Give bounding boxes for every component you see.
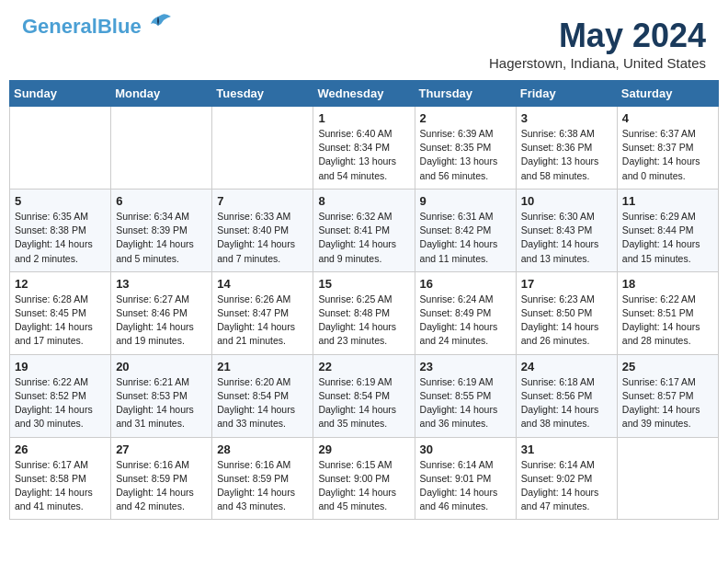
day-number: 6 bbox=[116, 194, 207, 208]
day-number: 19 bbox=[15, 360, 106, 373]
day-number: 26 bbox=[15, 442, 106, 456]
day-content: Sunrise: 6:33 AMSunset: 8:40 PMDaylight:… bbox=[217, 210, 308, 266]
table-row: 6Sunrise: 6:34 AMSunset: 8:39 PMDaylight… bbox=[111, 189, 212, 271]
day-content: Sunrise: 6:37 AMSunset: 8:37 PMDaylight:… bbox=[622, 127, 713, 183]
table-row: 19Sunrise: 6:22 AMSunset: 8:52 PMDayligh… bbox=[10, 354, 111, 437]
day-number: 14 bbox=[217, 277, 308, 291]
day-number: 17 bbox=[521, 277, 612, 291]
table-row bbox=[617, 437, 718, 520]
calendar-week-row: 19Sunrise: 6:22 AMSunset: 8:52 PMDayligh… bbox=[10, 354, 719, 437]
table-row: 31Sunrise: 6:14 AMSunset: 9:02 PMDayligh… bbox=[516, 437, 617, 520]
day-number: 25 bbox=[622, 360, 713, 373]
day-content: Sunrise: 6:31 AMSunset: 8:42 PMDaylight:… bbox=[420, 210, 511, 266]
day-number: 13 bbox=[116, 277, 207, 291]
day-number: 21 bbox=[217, 360, 308, 373]
table-row: 15Sunrise: 6:25 AMSunset: 8:48 PMDayligh… bbox=[313, 271, 415, 354]
day-content: Sunrise: 6:29 AMSunset: 8:44 PMDaylight:… bbox=[622, 210, 713, 266]
day-content: Sunrise: 6:18 AMSunset: 8:56 PMDaylight:… bbox=[521, 375, 612, 431]
table-row: 4Sunrise: 6:37 AMSunset: 8:37 PMDaylight… bbox=[617, 107, 718, 190]
day-content: Sunrise: 6:24 AMSunset: 8:49 PMDaylight:… bbox=[420, 293, 511, 349]
calendar-week-row: 12Sunrise: 6:28 AMSunset: 8:45 PMDayligh… bbox=[10, 271, 719, 354]
day-content: Sunrise: 6:20 AMSunset: 8:54 PMDaylight:… bbox=[217, 375, 308, 431]
day-content: Sunrise: 6:19 AMSunset: 8:55 PMDaylight:… bbox=[420, 375, 511, 431]
table-row: 10Sunrise: 6:30 AMSunset: 8:43 PMDayligh… bbox=[516, 189, 617, 271]
table-row: 27Sunrise: 6:16 AMSunset: 8:59 PMDayligh… bbox=[111, 437, 212, 520]
table-row: 28Sunrise: 6:16 AMSunset: 8:59 PMDayligh… bbox=[212, 437, 313, 520]
day-content: Sunrise: 6:38 AMSunset: 8:36 PMDaylight:… bbox=[521, 127, 612, 183]
table-row: 9Sunrise: 6:31 AMSunset: 8:42 PMDaylight… bbox=[415, 189, 516, 271]
table-row: 11Sunrise: 6:29 AMSunset: 8:44 PMDayligh… bbox=[617, 189, 718, 271]
location-subtitle: Hagerstown, Indiana, United States bbox=[489, 55, 706, 71]
calendar-week-row: 1Sunrise: 6:40 AMSunset: 8:34 PMDaylight… bbox=[10, 107, 719, 190]
logo: GeneralBlue bbox=[22, 17, 173, 37]
table-row: 21Sunrise: 6:20 AMSunset: 8:54 PMDayligh… bbox=[212, 354, 313, 437]
table-row: 22Sunrise: 6:19 AMSunset: 8:54 PMDayligh… bbox=[313, 354, 415, 437]
day-number: 12 bbox=[15, 277, 106, 291]
table-row: 5Sunrise: 6:35 AMSunset: 8:38 PMDaylight… bbox=[10, 189, 111, 271]
day-number: 22 bbox=[318, 360, 409, 373]
table-row: 8Sunrise: 6:32 AMSunset: 8:41 PMDaylight… bbox=[313, 189, 415, 271]
day-content: Sunrise: 6:16 AMSunset: 8:59 PMDaylight:… bbox=[217, 458, 308, 514]
calendar-week-row: 5Sunrise: 6:35 AMSunset: 8:38 PMDaylight… bbox=[10, 189, 719, 271]
col-sunday: Sunday bbox=[10, 81, 111, 107]
calendar-week-row: 26Sunrise: 6:17 AMSunset: 8:58 PMDayligh… bbox=[10, 437, 719, 520]
col-wednesday: Wednesday bbox=[313, 81, 415, 107]
calendar-wrapper: Sunday Monday Tuesday Wednesday Thursday… bbox=[0, 80, 728, 529]
title-block: May 2024 Hagerstown, Indiana, United Sta… bbox=[489, 17, 706, 71]
day-content: Sunrise: 6:40 AMSunset: 8:34 PMDaylight:… bbox=[318, 127, 409, 183]
table-row: 18Sunrise: 6:22 AMSunset: 8:51 PMDayligh… bbox=[617, 271, 718, 354]
day-number: 18 bbox=[622, 277, 713, 291]
table-row: 24Sunrise: 6:18 AMSunset: 8:56 PMDayligh… bbox=[516, 354, 617, 437]
day-content: Sunrise: 6:22 AMSunset: 8:51 PMDaylight:… bbox=[622, 293, 713, 349]
table-row: 2Sunrise: 6:39 AMSunset: 8:35 PMDaylight… bbox=[415, 107, 516, 190]
day-content: Sunrise: 6:32 AMSunset: 8:41 PMDaylight:… bbox=[318, 210, 409, 266]
day-content: Sunrise: 6:19 AMSunset: 8:54 PMDaylight:… bbox=[318, 375, 409, 431]
table-row: 26Sunrise: 6:17 AMSunset: 8:58 PMDayligh… bbox=[10, 437, 111, 520]
day-content: Sunrise: 6:23 AMSunset: 8:50 PMDaylight:… bbox=[521, 293, 612, 349]
day-content: Sunrise: 6:17 AMSunset: 8:58 PMDaylight:… bbox=[15, 458, 106, 514]
day-content: Sunrise: 6:26 AMSunset: 8:47 PMDaylight:… bbox=[217, 293, 308, 349]
table-row: 29Sunrise: 6:15 AMSunset: 9:00 PMDayligh… bbox=[313, 437, 415, 520]
day-number: 4 bbox=[622, 111, 713, 125]
day-number: 27 bbox=[116, 442, 207, 456]
col-friday: Friday bbox=[516, 81, 617, 107]
day-content: Sunrise: 6:27 AMSunset: 8:46 PMDaylight:… bbox=[116, 293, 207, 349]
day-number: 5 bbox=[15, 194, 106, 208]
day-content: Sunrise: 6:22 AMSunset: 8:52 PMDaylight:… bbox=[15, 375, 106, 431]
day-content: Sunrise: 6:39 AMSunset: 8:35 PMDaylight:… bbox=[420, 127, 511, 183]
day-number: 15 bbox=[318, 277, 409, 291]
day-number: 29 bbox=[318, 442, 409, 456]
day-content: Sunrise: 6:25 AMSunset: 8:48 PMDaylight:… bbox=[318, 293, 409, 349]
table-row: 25Sunrise: 6:17 AMSunset: 8:57 PMDayligh… bbox=[617, 354, 718, 437]
table-row: 16Sunrise: 6:24 AMSunset: 8:49 PMDayligh… bbox=[415, 271, 516, 354]
day-number: 1 bbox=[318, 111, 409, 125]
col-saturday: Saturday bbox=[617, 81, 718, 107]
day-number: 11 bbox=[622, 194, 713, 208]
table-row bbox=[10, 107, 111, 190]
table-row: 30Sunrise: 6:14 AMSunset: 9:01 PMDayligh… bbox=[415, 437, 516, 520]
logo-bird-icon bbox=[143, 13, 173, 33]
day-number: 2 bbox=[420, 111, 511, 125]
day-number: 20 bbox=[116, 360, 207, 373]
table-row: 23Sunrise: 6:19 AMSunset: 8:55 PMDayligh… bbox=[415, 354, 516, 437]
day-number: 9 bbox=[420, 194, 511, 208]
day-content: Sunrise: 6:16 AMSunset: 8:59 PMDaylight:… bbox=[116, 458, 207, 514]
table-row: 3Sunrise: 6:38 AMSunset: 8:36 PMDaylight… bbox=[516, 107, 617, 190]
day-number: 31 bbox=[521, 442, 612, 456]
day-number: 10 bbox=[521, 194, 612, 208]
table-row: 7Sunrise: 6:33 AMSunset: 8:40 PMDaylight… bbox=[212, 189, 313, 271]
col-tuesday: Tuesday bbox=[212, 81, 313, 107]
day-content: Sunrise: 6:15 AMSunset: 9:00 PMDaylight:… bbox=[318, 458, 409, 514]
table-row: 1Sunrise: 6:40 AMSunset: 8:34 PMDaylight… bbox=[313, 107, 415, 190]
day-number: 16 bbox=[420, 277, 511, 291]
table-row: 17Sunrise: 6:23 AMSunset: 8:50 PMDayligh… bbox=[516, 271, 617, 354]
table-row: 20Sunrise: 6:21 AMSunset: 8:53 PMDayligh… bbox=[111, 354, 212, 437]
day-number: 3 bbox=[521, 111, 612, 125]
month-title: May 2024 bbox=[489, 17, 706, 55]
table-row: 14Sunrise: 6:26 AMSunset: 8:47 PMDayligh… bbox=[212, 271, 313, 354]
calendar-table: Sunday Monday Tuesday Wednesday Thursday… bbox=[9, 80, 719, 520]
day-content: Sunrise: 6:28 AMSunset: 8:45 PMDaylight:… bbox=[15, 293, 106, 349]
col-thursday: Thursday bbox=[415, 81, 516, 107]
day-content: Sunrise: 6:34 AMSunset: 8:39 PMDaylight:… bbox=[116, 210, 207, 266]
col-monday: Monday bbox=[111, 81, 212, 107]
